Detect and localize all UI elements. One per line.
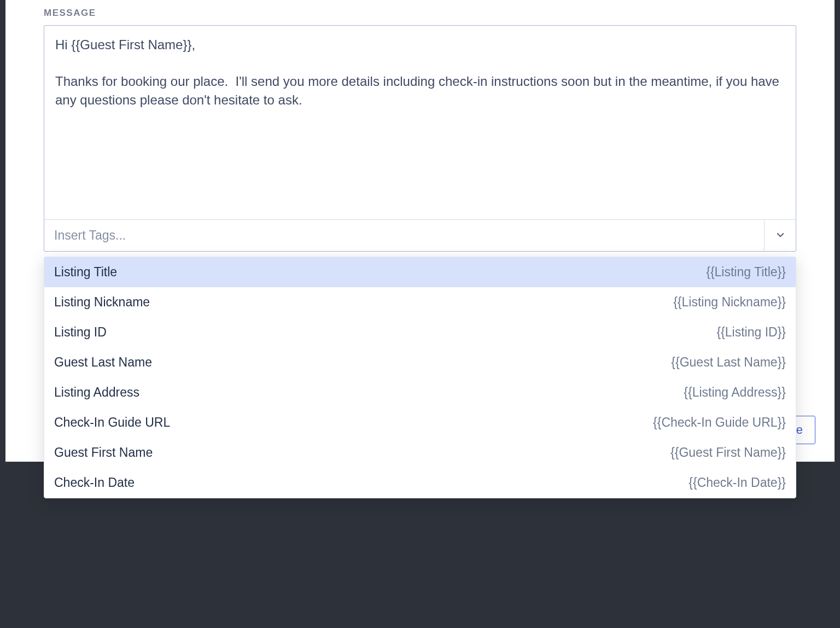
message-box: Insert Tags... xyxy=(44,25,796,252)
tag-option[interactable]: Listing Nickname{{Listing Nickname}} xyxy=(44,287,796,317)
tag-option-label: Listing Address xyxy=(54,385,139,400)
tag-option[interactable]: Listing Address{{Listing Address}} xyxy=(44,377,796,408)
tag-option[interactable]: Listing ID{{Listing ID}} xyxy=(44,317,796,347)
message-editor-modal: MESSAGE Insert Tags... e Listing Title{{… xyxy=(5,0,835,462)
tag-option-label: Guest Last Name xyxy=(54,355,152,370)
tags-dropdown: Listing Title{{Listing Title}}Listing Ni… xyxy=(44,257,796,498)
tag-option-label: Check-In Date xyxy=(54,475,135,490)
tag-option-label: Check-In Guide URL xyxy=(54,415,170,430)
tag-option-token: {{Listing ID}} xyxy=(716,325,786,340)
tag-option[interactable]: Listing Title{{Listing Title}} xyxy=(44,257,796,287)
tag-option-token: {{Listing Address}} xyxy=(684,385,786,400)
tag-option-token: {{Check-In Guide URL}} xyxy=(653,415,786,430)
insert-tags-dropdown-trigger[interactable]: Insert Tags... xyxy=(44,219,796,251)
insert-tags-placeholder: Insert Tags... xyxy=(44,228,126,243)
chevron-down-icon xyxy=(775,229,786,242)
tag-option[interactable]: Check-In Date{{Check-In Date}} xyxy=(44,468,796,498)
tag-option[interactable]: Guest First Name{{Guest First Name}} xyxy=(44,438,796,468)
tag-option-label: Listing ID xyxy=(54,325,107,340)
tag-option-token: {{Listing Title}} xyxy=(706,265,786,280)
content-area: MESSAGE Insert Tags... xyxy=(5,0,835,252)
tag-option-label: Guest First Name xyxy=(54,445,153,460)
tag-option-label: Listing Nickname xyxy=(54,295,150,310)
tag-option-label: Listing Title xyxy=(54,265,117,280)
tag-option-token: {{Check-In Date}} xyxy=(689,475,786,490)
message-label: MESSAGE xyxy=(44,8,796,19)
message-textarea[interactable] xyxy=(44,26,796,217)
tag-option-token: {{Guest Last Name}} xyxy=(671,355,786,370)
chevron-down-container xyxy=(764,220,796,251)
tag-option-token: {{Guest First Name}} xyxy=(670,445,786,460)
tag-option[interactable]: Guest Last Name{{Guest Last Name}} xyxy=(44,347,796,377)
tag-option-token: {{Listing Nickname}} xyxy=(673,295,786,310)
tag-option[interactable]: Check-In Guide URL{{Check-In Guide URL}} xyxy=(44,408,796,438)
